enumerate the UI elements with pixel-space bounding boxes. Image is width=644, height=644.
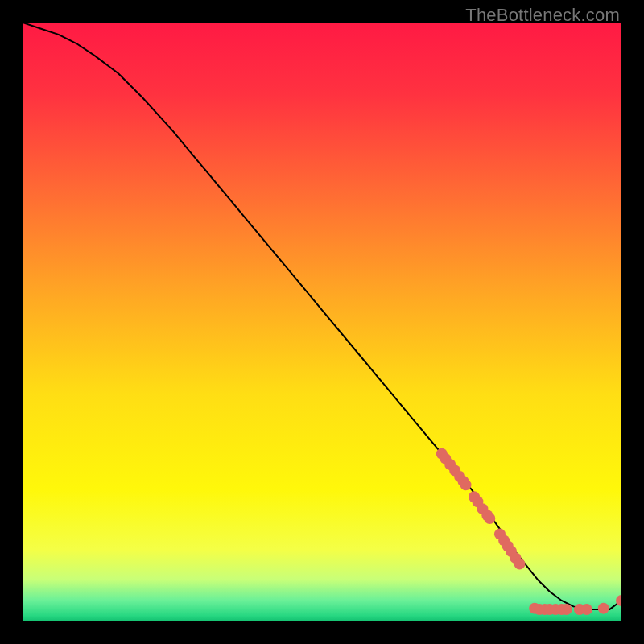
scatter-dot	[514, 559, 526, 570]
gradient-background	[23, 23, 621, 621]
scatter-dot	[561, 604, 572, 615]
scatter-dot	[484, 513, 495, 524]
attribution-label: TheBottleneck.com	[465, 5, 620, 26]
scatter-dot	[598, 603, 609, 614]
scatter-dot	[460, 479, 472, 490]
bottleneck-plot	[23, 23, 621, 621]
scatter-dot	[581, 604, 592, 615]
chart-frame	[23, 23, 621, 621]
